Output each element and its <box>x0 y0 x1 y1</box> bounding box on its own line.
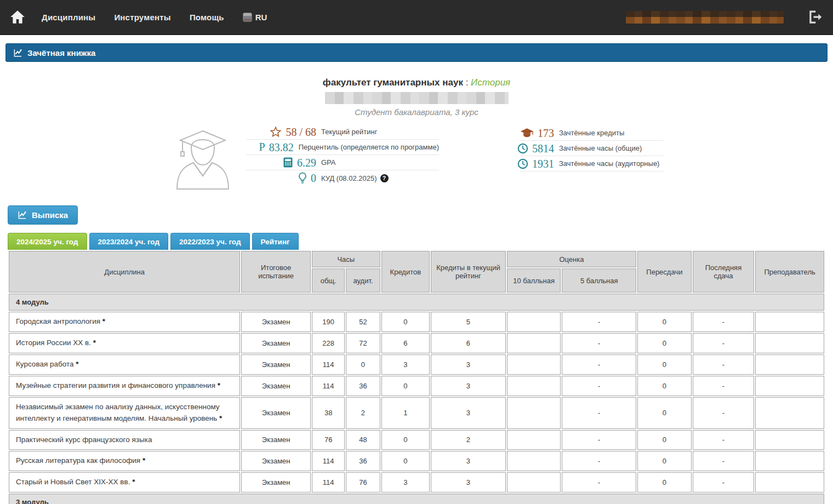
required-star: * <box>218 381 220 390</box>
graduation-cap-icon <box>520 128 534 139</box>
col-hours-class: аудит. <box>346 268 380 293</box>
table-row: Музейные стратегии развития и финансовог… <box>9 376 824 396</box>
credits-rating-cell: 3 <box>431 472 506 492</box>
tab-Рейтинг[interactable]: Рейтинг <box>252 233 299 250</box>
grade5-cell: - <box>562 472 636 492</box>
grade5-cell: - <box>562 376 636 396</box>
stat-label: Зачтённые часы (аудиторные) <box>559 159 659 168</box>
main-menu: ДисциплиныИнструментыПомощь <box>42 13 224 22</box>
credits-cell: 0 <box>381 312 430 332</box>
stat-row: 173Зачтённые кредиты <box>520 125 664 141</box>
grade5-cell: - <box>562 451 636 471</box>
hours-class-cell: 48 <box>346 430 380 450</box>
student-avatar <box>169 124 237 193</box>
teacher-cell <box>755 376 824 396</box>
col-teacher: Преподаватель <box>755 251 824 293</box>
last-date-cell: - <box>693 472 755 492</box>
statement-button-label: Выписка <box>32 210 68 220</box>
col-credits-rating: Кредиты в текущий рейтинг <box>431 251 506 293</box>
stat-row: 6.29GPA <box>246 155 439 170</box>
statement-button[interactable]: Выписка <box>8 205 78 225</box>
col-hours-group: Часы <box>312 251 380 267</box>
stat-label: Зачтённые часы (общие) <box>559 144 642 152</box>
teacher-cell <box>755 472 824 492</box>
help-icon[interactable]: ? <box>380 174 389 182</box>
col-discipline: Дисциплина <box>9 251 240 293</box>
required-star: * <box>132 478 135 486</box>
stat-value-group: 173 <box>520 128 554 139</box>
user-name-redacted[interactable] <box>626 11 784 24</box>
discipline-cell: Практический курс французского языка <box>9 430 240 450</box>
retakes-cell: 0 <box>637 472 692 492</box>
hours-class-cell: 0 <box>346 354 380 375</box>
stat-row: P83.82Перцентиль (определяется по програ… <box>246 140 439 155</box>
table-row: История России XX в. *Экзамен2287266-0- <box>9 333 824 353</box>
credits-rating-cell: 3 <box>431 397 506 429</box>
grade10-cell <box>507 312 561 332</box>
credits-cell: 0 <box>381 430 430 450</box>
exam-cell: Экзамен <box>241 312 311 332</box>
logout-icon[interactable] <box>807 9 823 25</box>
hours-total-cell: 114 <box>312 376 345 396</box>
credits-cell: 3 <box>381 354 430 375</box>
tab-2023/2024 уч. год[interactable]: 2023/2024 уч. год <box>89 233 169 250</box>
hours-total-cell: 190 <box>312 312 345 332</box>
discipline-cell: Русская литература как философия * <box>9 451 240 471</box>
language-flag-icon <box>243 13 252 22</box>
last-date-cell: - <box>693 451 755 471</box>
stat-value: 58 / 68 <box>286 127 316 138</box>
credits-rating-cell: 3 <box>431 354 506 375</box>
last-date-cell: - <box>693 312 755 332</box>
discipline-cell: Старый и Новый Свет XIX-XX вв. * <box>9 472 240 492</box>
credits-rating-cell: 2 <box>431 430 506 450</box>
module-section-row: 4 модуль <box>9 294 824 311</box>
grade5-cell: - <box>562 312 636 332</box>
required-star: * <box>219 414 222 422</box>
page-title: Зачётная книжка <box>27 48 95 58</box>
language-switcher[interactable]: RU <box>243 13 267 22</box>
hours-class-cell: 36 <box>346 376 380 396</box>
bulb-icon <box>298 172 307 184</box>
last-date-cell: - <box>693 376 755 396</box>
col-credits: Кредитов <box>381 251 430 293</box>
navbar-right <box>626 9 823 25</box>
credits-rating-cell: 3 <box>431 451 506 471</box>
stat-value: 0 <box>311 173 316 184</box>
stat-row: 0КУД (08.02.2025)? <box>246 170 439 186</box>
stat-value: 1931 <box>532 158 554 169</box>
col-grade-group: Оценка <box>507 251 636 267</box>
teacher-cell <box>755 397 824 429</box>
exam-cell: Экзамен <box>241 333 311 353</box>
stat-value-group: P83.82 <box>246 141 294 153</box>
retakes-cell: 0 <box>637 397 692 429</box>
stat-label: GPA <box>321 158 336 167</box>
nav-item-tools[interactable]: Инструменты <box>114 13 171 22</box>
student-status: Студент бакалавриата, 3 курс <box>0 107 833 117</box>
module-section-title: 4 модуль <box>9 294 824 311</box>
clock-icon <box>517 158 528 169</box>
col-final-exam: Итоговое испытание <box>241 251 311 293</box>
home-icon[interactable] <box>10 9 26 25</box>
nav-item-disciplines[interactable]: Дисциплины <box>42 13 95 22</box>
credits-cell: 1 <box>381 397 430 429</box>
tab-2024/2025 уч. год[interactable]: 2024/2025 уч. год <box>8 233 87 250</box>
last-date-cell: - <box>693 397 755 429</box>
hours-class-cell: 72 <box>346 333 380 353</box>
discipline-cell: Курсовая работа * <box>9 354 240 375</box>
hours-class-cell: 36 <box>346 451 380 471</box>
last-date-cell: - <box>693 333 755 353</box>
table-row: Городская антропология *Экзамен1905205-0… <box>9 312 824 332</box>
stat-row: 58 / 68Текущий рейтинг <box>246 124 439 140</box>
credits-cell: 0 <box>381 376 430 396</box>
tab-2022/2023 уч. год[interactable]: 2022/2023 уч. год <box>170 233 250 250</box>
grade5-cell: - <box>562 354 636 375</box>
stat-row: 1931Зачтённые часы (аудиторные) <box>520 156 664 171</box>
nav-item-help[interactable]: Помощь <box>190 13 224 22</box>
program-name[interactable]: История <box>471 77 510 88</box>
required-star: * <box>102 317 105 325</box>
required-star: * <box>76 360 78 368</box>
module-section-title: 3 модуль <box>9 494 824 504</box>
calculator-icon <box>283 157 293 168</box>
credits-rating-cell: 3 <box>431 376 506 396</box>
retakes-cell: 0 <box>637 451 692 471</box>
